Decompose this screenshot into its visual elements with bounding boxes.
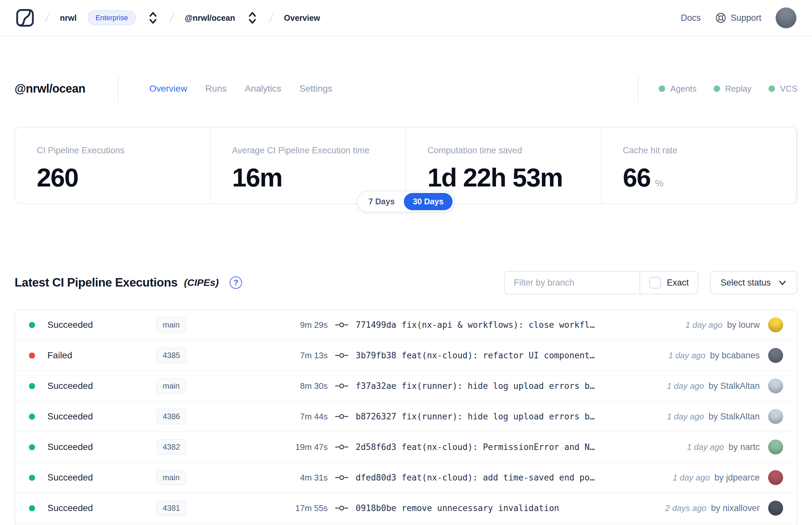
success-dot-icon [29, 383, 35, 389]
status-label: Succeeded [47, 472, 93, 483]
breadcrumb-separator: / [268, 11, 274, 25]
timestamp: 2 days ago [665, 503, 706, 513]
table-row[interactable]: Succeeded main 4m 31s dfed80d3feat(nx-cl… [15, 463, 797, 493]
table-row[interactable]: Succeeded 4382 19m 47s 2d58f6d3feat(nx-c… [15, 432, 797, 463]
git-commit-icon [335, 352, 348, 358]
author-avatar[interactable] [768, 470, 783, 485]
docs-link[interactable]: Docs [681, 13, 701, 23]
commit-message[interactable]: f37a32aefix(runner): hide log upload err… [356, 381, 667, 391]
author-avatar[interactable] [768, 378, 783, 393]
breadcrumb-org[interactable]: nrwl [60, 13, 77, 23]
table-row-partial [15, 524, 797, 525]
stat-value: 260 [37, 163, 210, 193]
commit-message[interactable]: 0918b0beremove unnecessary invalidation [356, 503, 665, 513]
support-link[interactable]: Support [715, 12, 761, 24]
timestamp: 1 day ago [669, 350, 705, 361]
org-switcher-button[interactable] [147, 10, 159, 26]
topbar-actions: Docs Support [681, 7, 796, 28]
breadcrumb-workspace[interactable]: @nrwl/ocean [185, 13, 235, 23]
workspace-header: @nrwl/ocean Overview Runs Analytics Sett… [15, 75, 797, 103]
support-label: Support [731, 13, 761, 23]
commit-message[interactable]: b8726327fix(runner): hide log upload err… [356, 411, 667, 421]
stat-label: Average CI Pipeline Execution time [232, 146, 406, 155]
date-range-toggle: 7 Days 30 Days [357, 191, 455, 212]
branch-chip[interactable]: main [156, 470, 186, 485]
author-avatar[interactable] [768, 501, 783, 515]
workspace-title: @nrwl/ocean [15, 82, 86, 95]
commit-message[interactable]: 771499dafix(nx-api & workflows): close w… [356, 320, 685, 330]
status-label: Succeeded [47, 320, 93, 330]
success-dot-icon [29, 505, 35, 511]
status-label: Succeeded [47, 381, 93, 391]
success-dot-icon [29, 414, 35, 420]
branch-filter-group: Exact [504, 271, 699, 294]
chevron-up-down-icon [247, 11, 257, 24]
tab-overview[interactable]: Overview [149, 84, 187, 94]
nx-logo[interactable] [16, 9, 34, 27]
breadcrumb-separator: / [169, 11, 175, 25]
stat-card-cache-hit-rate: Cache hit rate 66 % [601, 127, 797, 204]
chevron-up-down-icon [148, 11, 158, 24]
duration-label: 7m 44s [300, 411, 328, 422]
feature-agents: Agents [659, 84, 697, 94]
select-status-button[interactable]: Select status [710, 271, 797, 294]
git-commit-icon [335, 475, 348, 480]
table-row[interactable]: Succeeded 4386 7m 44s b8726327fix(runner… [15, 402, 797, 432]
feature-label: VCS [780, 84, 797, 94]
exact-checkbox[interactable] [649, 277, 661, 288]
author-avatar[interactable] [768, 317, 783, 332]
tab-runs[interactable]: Runs [205, 84, 226, 94]
tab-settings[interactable]: Settings [300, 84, 332, 94]
author-label: by lourw [727, 320, 760, 330]
timestamp: 1 day ago [687, 442, 724, 452]
section-title: Latest CI Pipeline Executions [15, 276, 178, 289]
status-dot-icon [714, 86, 720, 92]
author-label: by jdpearce [714, 473, 760, 483]
commit-message[interactable]: dfed80d3feat(nx-cloud): add time-saved e… [356, 473, 673, 482]
table-row[interactable]: Succeeded main 8m 30s f37a32aefix(runner… [15, 371, 797, 402]
workspace-switcher-button[interactable] [246, 10, 259, 26]
author-label: by nixallover [711, 503, 760, 513]
branch-chip[interactable]: 4385 [156, 348, 186, 363]
author-label: by StalkAltan [708, 381, 760, 391]
branch-chip[interactable]: 4381 [156, 500, 186, 516]
duration-label: 8m 30s [300, 381, 328, 391]
success-dot-icon [29, 322, 35, 328]
author-avatar[interactable] [768, 409, 783, 424]
duration-label: 9m 29s [300, 320, 328, 330]
table-row[interactable]: Failed 4385 7m 13s 3b79fb38feat(nx-cloud… [15, 341, 797, 371]
breadcrumb: / nrwl Enterprise / @nrwl/ocean / Overvi… [16, 9, 320, 27]
workspace-tabs: Overview Runs Analytics Settings [149, 84, 332, 94]
branch-chip[interactable]: 4386 [156, 409, 186, 424]
range-30-days-button[interactable]: 30 Days [404, 193, 453, 210]
divider [638, 75, 639, 103]
user-avatar[interactable] [776, 7, 796, 28]
tab-analytics[interactable]: Analytics [245, 84, 281, 94]
author-label: by StalkAltan [708, 411, 760, 422]
help-icon[interactable]: ? [230, 276, 242, 289]
branch-filter-input[interactable] [505, 272, 640, 294]
branch-chip[interactable]: 4382 [156, 439, 186, 455]
branch-chip[interactable]: main [156, 378, 186, 394]
table-row[interactable]: Succeeded 4381 17m 55s 0918b0beremove un… [15, 493, 797, 524]
branch-chip[interactable]: main [156, 317, 186, 333]
status-label: Failed [47, 350, 72, 361]
stat-label: CI Pipeline Executions [37, 146, 210, 155]
stat-value: 1d 22h 53m [427, 163, 601, 193]
git-commit-icon [335, 505, 348, 511]
commit-message[interactable]: 2d58f6d3feat(nx-cloud): PermissionError … [356, 442, 687, 452]
table-filters: Exact Select status [504, 271, 797, 294]
divider [118, 75, 119, 103]
enterprise-badge[interactable]: Enterprise [88, 10, 136, 25]
table-row[interactable]: Succeeded main 9m 29s 771499dafix(nx-api… [15, 310, 797, 341]
status-label: Succeeded [47, 442, 93, 452]
feature-replay: Replay [714, 84, 752, 94]
timestamp: 1 day ago [673, 473, 710, 483]
duration-label: 17m 55s [295, 503, 328, 513]
author-avatar[interactable] [768, 348, 783, 363]
range-7-days-button[interactable]: 7 Days [359, 193, 404, 210]
author-avatar[interactable] [768, 439, 783, 454]
commit-message[interactable]: 3b79fb38feat(nx-cloud): refactor UI comp… [356, 350, 669, 360]
timestamp: 1 day ago [667, 411, 704, 422]
cipe-section-header: Latest CI Pipeline Executions (CIPEs) ? … [15, 271, 797, 294]
